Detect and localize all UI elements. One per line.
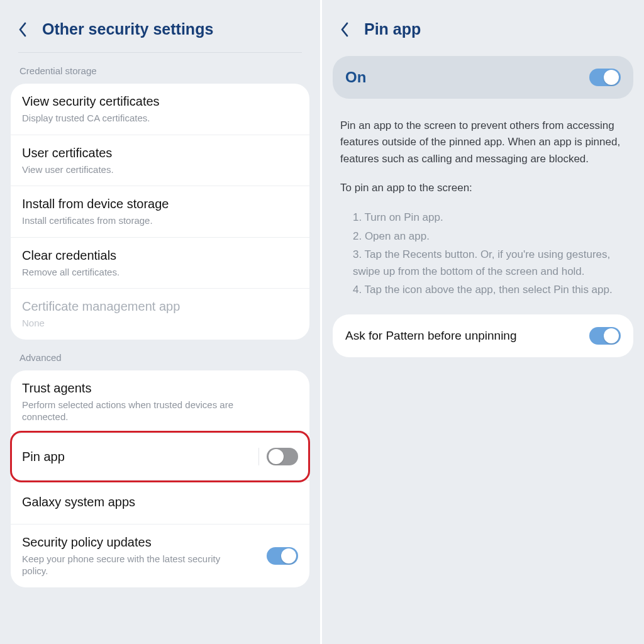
- back-icon[interactable]: [14, 21, 31, 38]
- page-title: Pin app: [364, 20, 421, 38]
- item-subtitle: Display trusted CA certificates.: [22, 112, 248, 125]
- steps-list: 1. Turn on Pin app. 2. Open an app. 3. T…: [340, 209, 626, 298]
- step-4: 4. Tap the icon above the app, then sele…: [353, 281, 626, 298]
- item-install-from-storage[interactable]: Install from device storage Install cert…: [11, 186, 309, 237]
- item-trust-agents[interactable]: Trust agents Perform selected actions wh…: [11, 370, 309, 433]
- steps-intro: To pin an app to the screen:: [340, 180, 626, 196]
- back-icon[interactable]: [336, 21, 353, 38]
- item-certificate-management-app[interactable]: Certificate management app None: [11, 288, 309, 340]
- section-label-credential: Credential storage: [11, 53, 309, 84]
- item-security-policy-updates[interactable]: Security policy updates Keep your phone …: [11, 524, 309, 587]
- step-3: 3. Tap the Recents button. Or, if you're…: [353, 246, 626, 280]
- item-clear-credentials[interactable]: Clear credentials Remove all certificate…: [11, 237, 309, 289]
- security-policy-toggle[interactable]: [267, 547, 298, 565]
- toggle-divider: [258, 448, 259, 465]
- description-block: Pin an app to the screen to prevent othe…: [333, 99, 633, 298]
- item-user-certificates[interactable]: User certificates View user certificates…: [11, 135, 309, 186]
- item-title: Clear credentials: [22, 248, 298, 264]
- item-title: Install from device storage: [22, 196, 298, 212]
- item-title: View security certificates: [22, 94, 298, 109]
- pin-app-toggle[interactable]: [267, 448, 298, 465]
- ask-pattern-card[interactable]: Ask for Pattern before unpinning: [333, 314, 633, 357]
- on-label: On: [345, 69, 621, 86]
- item-title: Certificate management app: [22, 299, 298, 314]
- credential-storage-card: View security certificates Display trust…: [11, 84, 309, 340]
- section-label-advanced: Advanced: [11, 340, 309, 370]
- advanced-card: Trust agents Perform selected actions wh…: [11, 370, 309, 587]
- item-subtitle: None: [22, 317, 248, 330]
- description-text: Pin an app to the screen to prevent othe…: [340, 118, 626, 167]
- item-subtitle: Remove all certificates.: [22, 266, 248, 279]
- item-title: Pin app: [22, 449, 298, 465]
- item-subtitle: Install certificates from storage.: [22, 214, 248, 227]
- item-subtitle: View user certificates.: [22, 164, 248, 176]
- item-subtitle: Perform selected actions when trusted de…: [22, 399, 248, 423]
- item-galaxy-system-apps[interactable]: Galaxy system apps: [11, 480, 309, 524]
- item-title: Trust agents: [22, 380, 298, 396]
- ask-pattern-toggle[interactable]: [589, 327, 621, 345]
- page-title: Other security settings: [42, 20, 213, 38]
- item-title: Galaxy system apps: [22, 494, 298, 510]
- header-left: Other security settings: [11, 13, 309, 52]
- ask-pattern-label: Ask for Pattern before unpinning: [345, 328, 621, 343]
- item-view-security-certificates[interactable]: View security certificates Display trust…: [11, 84, 309, 135]
- step-1: 1. Turn on Pin app.: [353, 209, 626, 226]
- item-subtitle: Keep your phone secure with the latest s…: [22, 553, 248, 577]
- item-pin-app[interactable]: Pin app: [11, 433, 309, 480]
- item-title: User certificates: [22, 145, 298, 161]
- pin-app-main-toggle[interactable]: [589, 69, 621, 86]
- on-toggle-card[interactable]: On: [333, 56, 633, 99]
- item-title: Security policy updates: [22, 535, 298, 550]
- header-right: Pin app: [333, 13, 633, 52]
- step-2: 2. Open an app.: [353, 228, 626, 245]
